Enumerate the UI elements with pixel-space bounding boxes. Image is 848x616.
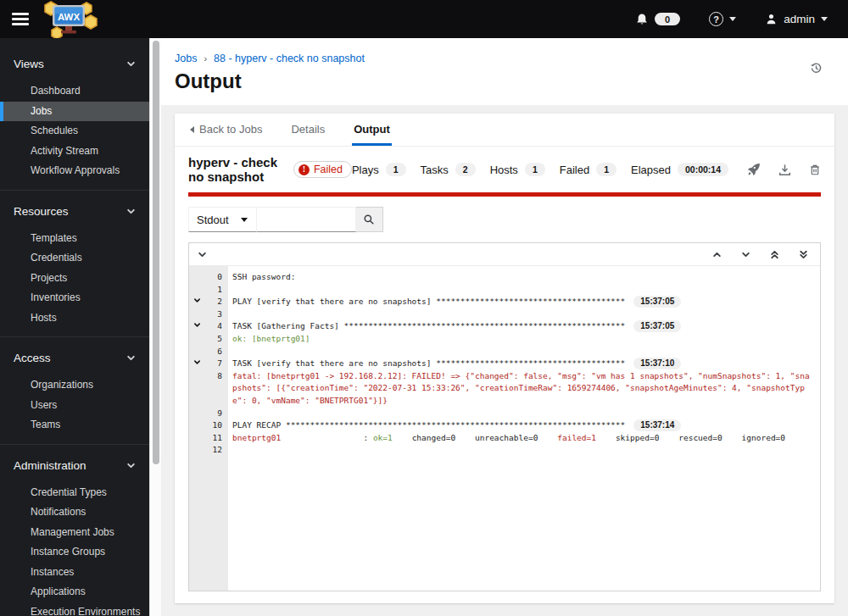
menu-toggle-icon[interactable] (12, 10, 29, 29)
console-line-text: TASK [verify that there are no snapshots… (228, 358, 820, 370)
sidebar-item-templates[interactable]: Templates (0, 229, 149, 249)
sidebar-item-workflow-approvals[interactable]: Workflow Approvals (0, 161, 149, 181)
sidebar-item-credentials[interactable]: Credentials (0, 248, 149, 269)
notifications-button[interactable]: 0 (635, 13, 680, 26)
user-menu-button[interactable]: admin (765, 13, 828, 25)
console-gutter: 4 (189, 320, 228, 333)
stat-value-badge: 1 (596, 163, 616, 176)
sidebar-item-instances[interactable]: Instances (0, 563, 149, 583)
line-number: 0 (217, 271, 222, 284)
bell-icon (635, 13, 649, 26)
failed-exclamation-icon: ! (298, 164, 310, 175)
page-header: Jobs › 88 - hyperv - check no snapshot O… (161, 38, 848, 105)
console-gutter: 2 (189, 296, 228, 308)
awx-logo[interactable]: AWX (42, 1, 102, 38)
line-number: 10 (213, 419, 222, 432)
sidebar-item-hosts[interactable]: Hosts (0, 308, 149, 329)
line-number: 7 (217, 358, 222, 370)
console-line: 6 (189, 346, 820, 358)
download-icon (778, 164, 791, 176)
sidebar-item-management-jobs[interactable]: Management Jobs (0, 523, 149, 543)
tab-label: Details (291, 123, 325, 136)
sidebar-section-label: Access (14, 352, 51, 364)
console-line-text (228, 444, 820, 457)
sidebar-item-dashboard[interactable]: Dashboard (0, 81, 149, 102)
console-gutter: 5 (189, 333, 228, 346)
help-menu-button[interactable]: ? (709, 12, 736, 26)
sidebar-item-credential-types[interactable]: Credential Types (0, 483, 149, 503)
console-line: 4TASK [Gathering Facts] ****************… (189, 320, 820, 333)
scroll-bottom-button[interactable] (799, 250, 808, 259)
sidebar-section-label: Resources (14, 205, 69, 218)
stat-value-badge: 1 (386, 163, 406, 176)
breadcrumb-job-link[interactable]: 88 - hyperv - check no snapshot (214, 53, 365, 64)
chevron-down-icon (821, 17, 828, 21)
sidebar-item-teams[interactable]: Teams (0, 415, 149, 436)
timestamp-badge: 15:37:05 (633, 320, 681, 332)
breadcrumb-jobs-link[interactable]: Jobs (175, 53, 197, 64)
line-number: 5 (217, 333, 222, 346)
sidebar-item-users[interactable]: Users (0, 396, 149, 416)
console-line-text: PLAY RECAP *****************************… (228, 419, 820, 432)
sidebar-item-applications[interactable]: Applications (0, 582, 149, 602)
console-gutter: 6 (189, 346, 228, 358)
status-badge: ! Failed (293, 161, 352, 178)
console-gutter: 8 (189, 370, 228, 408)
sidebar-item-organizations[interactable]: Organizations (0, 375, 149, 396)
relaunch-button[interactable] (747, 163, 761, 176)
console-body: 0SSH password:12PLAY [verify that there … (189, 266, 820, 591)
console-line: 10PLAY RECAP ***************************… (189, 419, 820, 432)
job-output-card: Back to JobsDetailsOutput hyperv - check… (175, 114, 834, 603)
search-input[interactable] (257, 207, 356, 232)
sidebar-item-activity-stream[interactable]: Activity Stream (0, 142, 149, 162)
sidebar-section-access[interactable]: Access (0, 344, 149, 375)
console-line: 1 (189, 284, 820, 297)
chevron-down-icon (241, 218, 248, 222)
job-stats: Plays1Tasks2Hosts1Failed1Elapsed00:00:14 (352, 163, 728, 176)
expand-collapse-icon[interactable] (193, 297, 201, 304)
line-number: 6 (217, 346, 222, 358)
stdout-filter-select[interactable]: Stdout (188, 207, 257, 232)
sidebar-item-notifications[interactable]: Notifications (0, 502, 149, 523)
double-chevron-up-icon (770, 250, 779, 259)
sidebar-item-jobs[interactable]: Jobs (0, 102, 149, 122)
scroll-top-button[interactable] (770, 250, 779, 259)
tab-back-to-jobs[interactable]: Back to Jobs (188, 114, 264, 146)
expand-collapse-icon[interactable] (193, 358, 201, 366)
sidebar-item-instance-groups[interactable]: Instance Groups (0, 542, 149, 563)
chevron-down-icon (729, 17, 736, 21)
scroll-previous-button[interactable] (712, 250, 722, 259)
sidebar-item-projects[interactable]: Projects (0, 269, 149, 289)
magnifier-icon (363, 214, 375, 225)
collapse-all-button[interactable] (198, 250, 207, 259)
search-button[interactable] (356, 207, 383, 232)
sidebar-section-administration[interactable]: Administration (0, 452, 149, 483)
download-output-button[interactable] (778, 164, 791, 176)
sidebar-scrollbar-thumb[interactable] (153, 41, 159, 464)
console-gutter: 10 (189, 419, 228, 432)
sidebar-section-views[interactable]: Views (0, 50, 149, 81)
tab-output[interactable]: Output (352, 114, 392, 146)
chevron-down-icon (126, 461, 136, 470)
sidebar-item-inventories[interactable]: Inventories (0, 288, 149, 308)
line-number: 9 (217, 408, 222, 420)
console-line: 5ok: [bnetprtg01] (189, 333, 820, 346)
expand-collapse-icon[interactable] (193, 321, 201, 329)
line-number: 2 (217, 296, 222, 308)
stat-label: Hosts (490, 164, 518, 176)
sidebar-item-schedules[interactable]: Schedules (0, 121, 149, 142)
line-number: 1 (217, 284, 222, 297)
rocket-icon (747, 163, 761, 176)
scroll-next-button[interactable] (741, 250, 750, 259)
stat-failed: Failed1 (560, 163, 616, 176)
delete-job-button[interactable] (809, 164, 821, 176)
chevron-up-icon (712, 250, 722, 259)
line-number: 8 (217, 370, 222, 383)
console-line: 7TASK [verify that there are no snapshot… (189, 358, 820, 370)
history-icon[interactable] (810, 62, 823, 75)
console-gutter: 0 (189, 271, 228, 284)
sidebar-section-resources[interactable]: Resources (0, 197, 149, 229)
sidebar-item-execution-environments[interactable]: Execution Environments (0, 602, 149, 616)
tab-label: Back to Jobs (199, 123, 262, 136)
tab-details[interactable]: Details (289, 114, 326, 146)
